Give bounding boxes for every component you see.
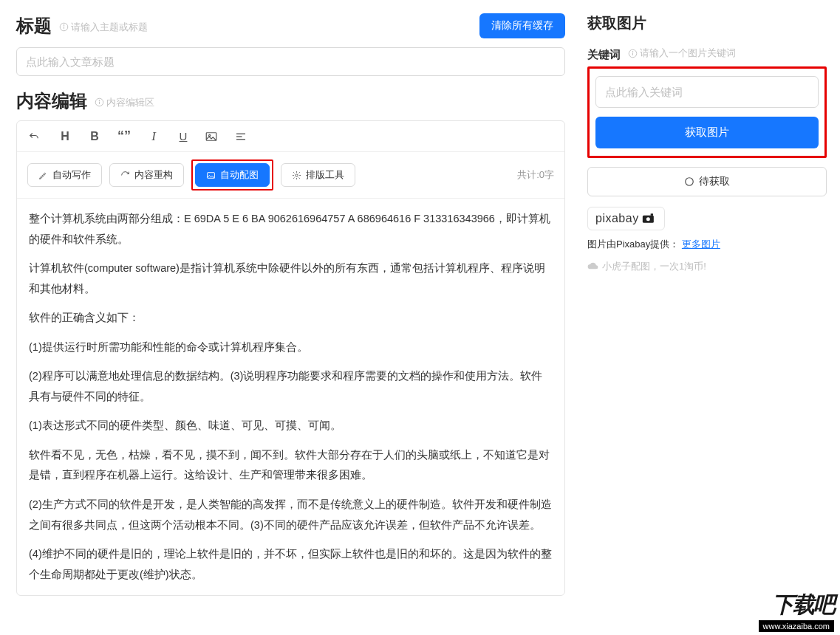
settings-icon [292, 171, 301, 180]
title-label: 标题 [16, 16, 52, 35]
clear-cache-button[interactable]: 清除所有缓存 [479, 13, 565, 38]
pencil-icon [38, 171, 48, 180]
restructure-button[interactable]: 内容重构 [109, 163, 184, 187]
svg-point-12 [296, 174, 298, 176]
editor-content[interactable]: 整个计算机系统由两部分组成：E 69DA 5 E 6 BA 9062616964… [17, 199, 564, 595]
camera-icon [642, 213, 657, 224]
paragraph: (4)维护不同的硬件是旧的，理论上软件是旧的，并不坏，但实际上软件也是旧的和坏的… [29, 544, 553, 585]
image-icon [206, 171, 216, 180]
underline-icon[interactable]: U [175, 130, 191, 143]
main-column: 标题 请输入主题或标题 清除所有缓存 内容编辑 内容编辑区 H [0, 0, 581, 635]
auto-write-button[interactable]: 自动写作 [27, 163, 102, 187]
circle-icon [684, 176, 694, 187]
info-icon [95, 97, 104, 107]
content-header: 内容编辑 内容编辑区 [16, 89, 565, 113]
heading-icon[interactable]: H [57, 130, 73, 143]
highlight-auto-image: 自动配图 [191, 159, 273, 190]
highlight-fetch-panel: 获取图片 [587, 66, 827, 158]
svg-point-2 [64, 25, 64, 26]
svg-point-18 [646, 217, 649, 221]
paragraph: (2)程序可以满意地处理信息的数据结构。(3)说明程序功能要求和程序需要的文档的… [29, 366, 553, 407]
keyword-input[interactable] [595, 76, 819, 108]
paragraph: 计算机软件(computer software)是指计算机系统中除硬件以外的所有… [29, 258, 553, 299]
paragraph: (1)提供运行时所需功能和性能的命令或计算机程序集合。 [29, 337, 553, 358]
svg-point-5 [99, 100, 100, 101]
paragraph: (2)生产方式不同的软件是开发，是人类智能的高发挥，而不是传统意义上的硬件制造。… [29, 495, 553, 535]
layout-tool-button[interactable]: 排版工具 [281, 163, 355, 187]
info-icon [628, 49, 638, 58]
editor: H B “” I U 自动写作 内容重构 [16, 120, 565, 596]
svg-rect-19 [650, 213, 652, 216]
content-hint: 内容编辑区 [95, 96, 154, 109]
undo-icon[interactable] [27, 130, 44, 143]
paragraph: (1)表达形式不同的硬件类型、颜色、味道、可见、可摸、可闻。 [29, 416, 553, 436]
svg-point-16 [686, 177, 694, 185]
keyword-hint: 请输入一个图片关键词 [628, 47, 736, 60]
paragraph: 整个计算机系统由两部分组成：E 69DA 5 E 6 BA 9062616964… [29, 209, 553, 250]
pixabay-badge: pixabay [587, 207, 665, 230]
align-icon[interactable] [234, 130, 250, 143]
article-title-input[interactable] [16, 47, 565, 76]
title-header: 标题 请输入主题或标题 清除所有缓存 [16, 13, 565, 38]
content-label: 内容编辑 [16, 91, 87, 111]
fetch-images-button[interactable]: 获取图片 [595, 117, 819, 148]
auto-image-button[interactable]: 自动配图 [195, 163, 270, 187]
word-count: 共计:0字 [517, 168, 554, 182]
provider-line: 图片由Pixabay提供： 更多图片 [587, 238, 827, 251]
format-toolbar: H B “” I U [17, 121, 564, 152]
quote-icon[interactable]: “” [116, 128, 132, 144]
tip-line: 小虎子配图，一次1淘币! [587, 260, 827, 273]
pending-button[interactable]: 待获取 [587, 167, 827, 196]
watermark: 下载吧 www.xiazaiba.com [759, 590, 834, 632]
paragraph: 软件的正确含义如下： [29, 308, 553, 329]
action-toolbar: 自动写作 内容重构 自动配图 排版工具 共计:0字 [17, 152, 564, 199]
cloud-icon [587, 261, 598, 272]
svg-point-15 [632, 51, 633, 52]
paragraph: 软件看不见，无色，枯燥，看不见，摸不到，闻不到。软件大部分存在于人们的头脑或纸上… [29, 445, 553, 486]
more-images-link[interactable]: 更多图片 [682, 238, 720, 250]
keyword-label: 关键词 [587, 48, 621, 61]
refresh-icon [120, 171, 130, 180]
title-hint: 请输入主题或标题 [59, 21, 148, 34]
bold-icon[interactable]: B [86, 130, 103, 143]
info-icon [59, 22, 69, 32]
italic-icon[interactable]: I [146, 129, 162, 144]
image-icon[interactable] [205, 130, 221, 143]
image-sidebar: 获取图片 关键词 请输入一个图片关键词 获取图片 待获取 pixabay 图片由… [581, 0, 840, 635]
image-panel-title: 获取图片 [587, 13, 827, 33]
